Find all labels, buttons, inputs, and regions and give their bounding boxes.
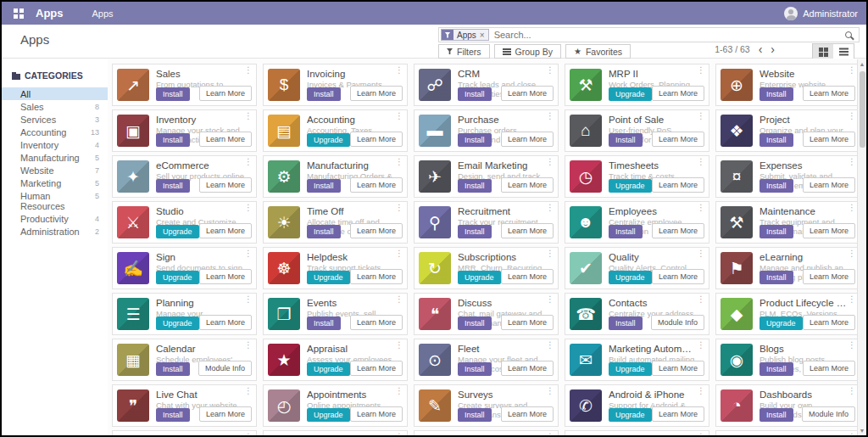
install-button[interactable]: Install	[760, 87, 793, 101]
sidebar-item-human-resources[interactable]: Human Resources 5	[2, 189, 108, 212]
upgrade-button[interactable]: Upgrade	[760, 317, 803, 330]
install-button[interactable]: Install	[609, 133, 643, 147]
sidebar-item-marketing[interactable]: Marketing 5	[2, 176, 108, 189]
kebab-menu-icon[interactable]: ⋮	[244, 387, 253, 395]
install-button[interactable]: Install	[458, 133, 492, 147]
install-button[interactable]: Install	[307, 179, 341, 193]
kebab-menu-icon[interactable]: ⋮	[244, 295, 253, 304]
module-info-button[interactable]: Module Info	[802, 406, 855, 422]
learn-more-button[interactable]: Learn More	[350, 315, 403, 330]
learn-more-button[interactable]: Learn More	[803, 269, 855, 284]
learn-more-button[interactable]: Learn More	[652, 361, 704, 376]
facet-remove-icon[interactable]: ×	[480, 31, 488, 40]
kebab-menu-icon[interactable]: ⋮	[546, 66, 554, 75]
learn-more-button[interactable]: Learn More	[501, 269, 554, 284]
upgrade-button[interactable]: Upgrade	[609, 179, 652, 193]
kebab-menu-icon[interactable]: ⋮	[395, 249, 403, 258]
search-input[interactable]	[489, 30, 845, 40]
kebab-menu-icon[interactable]: ⋮	[848, 66, 856, 75]
kebab-menu-icon[interactable]: ⋮	[546, 295, 554, 304]
kebab-menu-icon[interactable]: ⋮	[848, 112, 856, 120]
kebab-menu-icon[interactable]: ⋮	[546, 387, 554, 395]
install-button[interactable]: Install	[760, 408, 793, 422]
learn-more-button[interactable]: Learn More	[652, 223, 704, 238]
filters-button[interactable]: Filters	[438, 44, 490, 59]
install-button[interactable]: Install	[307, 87, 341, 101]
install-button[interactable]: Install	[307, 317, 341, 330]
group-by-button[interactable]: Group By	[494, 44, 561, 59]
sidebar-item-all[interactable]: All	[2, 87, 108, 100]
install-button[interactable]: Install	[760, 271, 793, 284]
pager-prev-icon[interactable]: ‹	[759, 45, 763, 53]
kebab-menu-icon[interactable]: ⋮	[697, 249, 705, 258]
kebab-menu-icon[interactable]: ⋮	[848, 433, 856, 437]
learn-more-button[interactable]: Learn More	[350, 132, 403, 147]
learn-more-button[interactable]: Learn More	[350, 406, 403, 422]
upgrade-button[interactable]: Upgrade	[609, 87, 652, 101]
kebab-menu-icon[interactable]: ⋮	[848, 295, 856, 304]
learn-more-button[interactable]: Learn More	[501, 406, 554, 422]
learn-more-button[interactable]: Learn More	[501, 361, 554, 376]
learn-more-button[interactable]: Learn More	[803, 315, 855, 330]
learn-more-button[interactable]: Learn More	[652, 86, 704, 101]
kebab-menu-icon[interactable]: ⋮	[395, 112, 403, 120]
upgrade-button[interactable]: Upgrade	[156, 225, 199, 238]
learn-more-button[interactable]: Learn More	[652, 177, 704, 193]
kebab-menu-icon[interactable]: ⋮	[697, 433, 705, 437]
kebab-menu-icon[interactable]: ⋮	[244, 112, 253, 120]
install-button[interactable]: Install	[760, 179, 793, 193]
upgrade-button[interactable]: Upgrade	[609, 362, 652, 376]
kebab-menu-icon[interactable]: ⋮	[546, 433, 554, 437]
kebab-menu-icon[interactable]: ⋮	[546, 249, 554, 258]
search-bar[interactable]: Apps ×	[438, 27, 860, 42]
learn-more-button[interactable]: Learn More	[350, 269, 403, 284]
learn-more-button[interactable]: Learn More	[803, 132, 855, 147]
install-button[interactable]: Install	[307, 225, 341, 238]
kebab-menu-icon[interactable]: ⋮	[244, 341, 253, 350]
menu-apps[interactable]: Apps	[92, 8, 114, 19]
upgrade-button[interactable]: Upgrade	[609, 271, 652, 284]
kebab-menu-icon[interactable]: ⋮	[395, 158, 403, 166]
kebab-menu-icon[interactable]: ⋮	[697, 387, 705, 395]
pager-next-icon[interactable]: ›	[771, 45, 775, 53]
kebab-menu-icon[interactable]: ⋮	[697, 341, 705, 350]
kebab-menu-icon[interactable]: ⋮	[395, 387, 403, 395]
learn-more-button[interactable]: Learn More	[199, 132, 252, 147]
kebab-menu-icon[interactable]: ⋮	[848, 341, 856, 350]
kebab-menu-icon[interactable]: ⋮	[848, 249, 856, 258]
learn-more-button[interactable]: Learn More	[350, 223, 403, 238]
kebab-menu-icon[interactable]: ⋮	[395, 341, 403, 350]
learn-more-button[interactable]: Learn More	[501, 315, 554, 330]
learn-more-button[interactable]: Learn More	[652, 132, 704, 147]
install-button[interactable]: Install	[458, 179, 492, 193]
kebab-menu-icon[interactable]: ⋮	[395, 66, 403, 75]
learn-more-button[interactable]: Learn More	[501, 223, 554, 238]
kebab-menu-icon[interactable]: ⋮	[848, 204, 856, 212]
sidebar-item-accounting[interactable]: Accounting 13	[2, 126, 108, 138]
sidebar-item-services[interactable]: Services 3	[2, 113, 108, 126]
learn-more-button[interactable]: Learn More	[652, 406, 704, 422]
learn-more-button[interactable]: Learn More	[501, 86, 554, 101]
sidebar-item-productivity[interactable]: Productivity 4	[2, 212, 108, 225]
scrollbar-thumb[interactable]	[860, 71, 865, 148]
sidebar-item-website[interactable]: Website 7	[2, 164, 108, 176]
sidebar-item-sales[interactable]: Sales 8	[2, 100, 108, 113]
kebab-menu-icon[interactable]: ⋮	[546, 158, 554, 166]
install-button[interactable]: Install	[458, 317, 492, 330]
learn-more-button[interactable]: Learn More	[652, 269, 704, 284]
learn-more-button[interactable]: Learn More	[350, 361, 403, 376]
learn-more-button[interactable]: Learn More	[199, 406, 252, 422]
learn-more-button[interactable]: Learn More	[199, 86, 252, 101]
install-button[interactable]: Install	[609, 225, 643, 238]
install-button[interactable]: Install	[156, 362, 190, 376]
kebab-menu-icon[interactable]: ⋮	[848, 158, 856, 166]
learn-more-button[interactable]: Learn More	[199, 269, 252, 284]
learn-more-button[interactable]: Learn More	[350, 177, 403, 193]
kebab-menu-icon[interactable]: ⋮	[244, 66, 253, 75]
upgrade-button[interactable]: Upgrade	[156, 271, 199, 284]
kebab-menu-icon[interactable]: ⋮	[395, 295, 403, 304]
learn-more-button[interactable]: Learn More	[803, 223, 855, 238]
learn-more-button[interactable]: Learn More	[199, 223, 252, 238]
kebab-menu-icon[interactable]: ⋮	[546, 112, 554, 120]
list-view-button[interactable]	[833, 44, 854, 59]
